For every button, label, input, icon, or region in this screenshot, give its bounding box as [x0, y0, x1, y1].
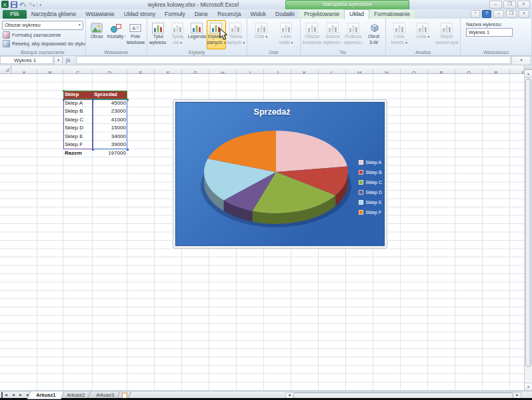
- column-header-S[interactable]: S: [510, 69, 524, 74]
- cell-C9[interactable]: Sklep F: [63, 141, 93, 149]
- tab-projektowanie[interactable]: Projektowanie: [299, 10, 344, 19]
- tab-uklad[interactable]: Układ: [344, 9, 369, 19]
- cell-C6[interactable]: Sklep C: [63, 116, 93, 125]
- column-header-L[interactable]: L: [319, 69, 346, 74]
- legend-item-sklep-f[interactable]: Sklep F: [359, 207, 382, 217]
- column-header-R[interactable]: R: [483, 69, 510, 74]
- name-box-arrow-icon[interactable]: ▼: [54, 56, 63, 65]
- resetuj-aby-dopasowac-do-stylu-button[interactable]: Resetuj, aby dopasować do stylu: [3, 40, 85, 47]
- legend-button[interactable]: Legenda ▾: [187, 20, 207, 49]
- pie-3d[interactable]: [176, 103, 385, 246]
- legend-item-sklep-c[interactable]: Sklep C: [359, 177, 382, 187]
- legend-item-sklep-a[interactable]: Sklep A: [359, 157, 382, 167]
- column-header-Q[interactable]: Q: [455, 69, 483, 74]
- column-header-G[interactable]: G: [182, 69, 209, 74]
- chart-title-button[interactable]: Tytułwykresu ▾: [149, 20, 168, 49]
- first-sheet-icon[interactable]: ◀: [1, 392, 9, 398]
- cell-C8[interactable]: Sklep E: [63, 133, 93, 141]
- tab-dane[interactable]: Dane: [190, 10, 213, 19]
- data-labels-button[interactable]: Etykietydanych ▾: [207, 20, 226, 49]
- column-header-D[interactable]: D: [93, 69, 127, 74]
- cell-C7[interactable]: Sklep D: [63, 124, 93, 133]
- column-header-M[interactable]: M: [346, 69, 373, 74]
- cell-D8[interactable]: 34000: [93, 133, 127, 141]
- column-header-O[interactable]: O: [401, 69, 428, 74]
- scroll-up-icon[interactable]: ▲: [525, 70, 532, 78]
- collapse-ribbon-icon[interactable]: ^: [471, 10, 480, 18]
- sheet-tab-arkusz1[interactable]: Arkusz1: [27, 391, 65, 399]
- formatuj-zaznaczenie-button[interactable]: Formatuj zaznaczenie: [3, 31, 85, 39]
- pie-slice-sklep-a[interactable]: [276, 131, 347, 172]
- tab-formatowanie[interactable]: Formatowanie: [369, 10, 415, 19]
- column-header-P[interactable]: P: [428, 69, 455, 74]
- vertical-scrollbar[interactable]: ▲ ▼: [524, 65, 532, 391]
- column-header-C[interactable]: C: [63, 69, 93, 74]
- cell-C10[interactable]: Razem: [63, 149, 93, 158]
- column-header-I[interactable]: I: [237, 69, 264, 74]
- cell-D6[interactable]: 41000: [93, 116, 127, 125]
- cell-C3[interactable]: Sklep: [63, 91, 93, 99]
- vertical-split-handle[interactable]: [525, 65, 532, 70]
- chart-title-icon: [152, 22, 164, 34]
- column-header-F[interactable]: F: [155, 69, 182, 74]
- scroll-right-icon[interactable]: ▶: [514, 393, 521, 398]
- tab-dodatki[interactable]: Dodatki: [271, 10, 299, 19]
- name-box[interactable]: Wykres 1: [0, 56, 53, 64]
- cell-C5[interactable]: Sklep B: [63, 107, 93, 116]
- cell-D9[interactable]: 39000: [93, 141, 127, 149]
- column-header-J[interactable]: J: [264, 69, 291, 74]
- cell-D10[interactable]: 197000: [93, 149, 127, 158]
- chart-element-select[interactable]: Obszar wykresu▾: [2, 21, 83, 30]
- cell-D7[interactable]: 15000: [93, 124, 127, 133]
- quick-access-toolbar: X ↶▾ ↷▾ ▾: [1, 1, 41, 9]
- legend-item-sklep-b[interactable]: Sklep B: [359, 167, 382, 177]
- minimize-icon[interactable]: –: [489, 1, 502, 9]
- cell-D3[interactable]: Sprzedaż: [93, 91, 127, 99]
- vertical-scroll-thumb[interactable]: [525, 79, 531, 367]
- tab-narzedzia-glowne[interactable]: Narzędzia główne: [27, 10, 81, 19]
- doc-restore-icon[interactable]: ❐: [506, 10, 517, 18]
- tab-recenzja[interactable]: Recenzja: [213, 10, 245, 19]
- column-header-A[interactable]: A: [11, 69, 37, 74]
- close-icon[interactable]: ×: [517, 1, 530, 9]
- chart-legend[interactable]: Sklep ASklep BSklep CSklep DSklep ESklep…: [359, 157, 382, 217]
- insert-function-icon[interactable]: fx: [66, 56, 75, 64]
- column-header-H[interactable]: H: [209, 69, 237, 74]
- 3d-rotation-button[interactable]: Obrót3-W: [363, 20, 384, 49]
- shapes-button[interactable]: Kształty ▾: [107, 20, 126, 49]
- scroll-left-icon[interactable]: ◀: [286, 393, 293, 398]
- cell-D5[interactable]: 23000: [93, 107, 127, 116]
- column-header-B[interactable]: B: [37, 69, 63, 74]
- tab-widok[interactable]: Widok: [245, 10, 271, 19]
- tab-wstawianie[interactable]: Wstawianie: [81, 10, 119, 19]
- ribbon-button-label: Liniatrendu ▾: [391, 34, 407, 45]
- textbox-button[interactable]: APoletekstowe: [126, 20, 145, 49]
- tab-plik[interactable]: Plik: [3, 10, 27, 19]
- chart-area[interactable]: SprzedażSklep ASklep BSklep CSklep DSkle…: [175, 102, 385, 246]
- picture-button[interactable]: Obraz: [87, 20, 107, 49]
- select-all-corner[interactable]: [0, 65, 11, 74]
- legend-item-sklep-d[interactable]: Sklep D: [359, 187, 382, 197]
- chart-object[interactable]: SprzedażSklep ASklep BSklep CSklep DSkle…: [173, 99, 387, 249]
- expand-formula-bar-icon[interactable]: ▼: [511, 56, 531, 65]
- column-header-K[interactable]: K: [291, 69, 319, 74]
- prev-sheet-icon[interactable]: ◀: [10, 392, 17, 398]
- qat-customize-icon[interactable]: ▾: [37, 3, 41, 7]
- tab-formuly[interactable]: Formuły: [160, 10, 190, 19]
- legend-item-sklep-e[interactable]: Sklep E: [359, 197, 382, 207]
- column-header-E[interactable]: E: [127, 69, 155, 74]
- tab-uklad-strony[interactable]: Układ strony: [119, 10, 160, 19]
- next-sheet-icon[interactable]: ▶: [17, 392, 24, 398]
- formula-input[interactable]: [76, 56, 511, 64]
- chart-name-input[interactable]: Wykres 1: [466, 28, 513, 37]
- column-header-N[interactable]: N: [373, 69, 401, 74]
- worksheet-grid[interactable]: SklepSprzedażSklep A45000Sklep B23000Skl…: [0, 74, 524, 391]
- scroll-down-icon[interactable]: ▼: [525, 383, 532, 391]
- doc-minimize-icon[interactable]: –: [493, 10, 504, 18]
- restore-icon[interactable]: ❐: [503, 1, 516, 9]
- undo-icon[interactable]: ↶▾: [19, 1, 26, 9]
- cell-C4[interactable]: Sklep A: [63, 99, 93, 108]
- cell-D4[interactable]: 45000: [93, 99, 127, 108]
- help-icon[interactable]: ?: [482, 10, 491, 18]
- doc-close-icon[interactable]: ×: [519, 10, 529, 18]
